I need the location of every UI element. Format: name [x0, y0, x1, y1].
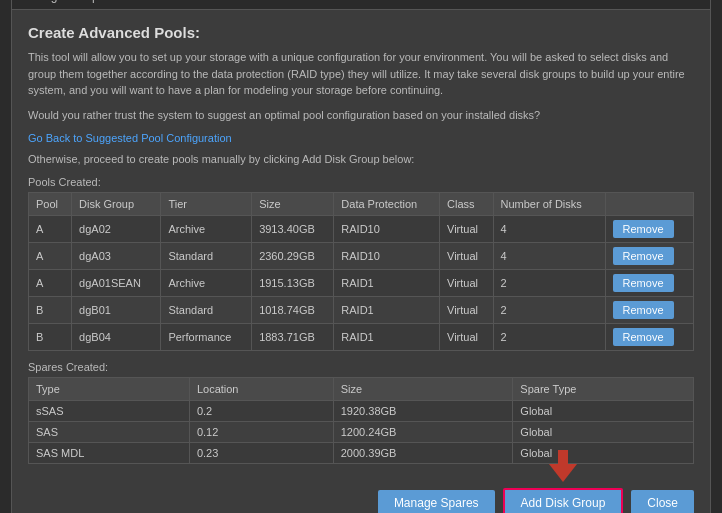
storage-setup-dialog: Storage Setup Create Advanced Pools: Thi… — [11, 0, 711, 513]
cell-action: Remove — [605, 242, 693, 269]
cell-action: Remove — [605, 269, 693, 296]
table-row: B dgB04 Performance 1883.71GB RAID1 Virt… — [29, 323, 694, 350]
cell-pool: B — [29, 296, 72, 323]
pools-table-container: Pool Disk Group Tier Size Data Protectio… — [28, 192, 694, 351]
arrow-down-icon — [549, 464, 577, 482]
cell-num-disks: 2 — [493, 323, 605, 350]
remove-button[interactable]: Remove — [613, 274, 674, 292]
cell-class: Virtual — [440, 269, 494, 296]
table-row: A dgA01SEAN Archive 1915.13GB RAID1 Virt… — [29, 269, 694, 296]
cell-type: SAS MDL — [29, 442, 190, 463]
spares-table: Type Location Size Spare Type sSAS 0.2 1… — [28, 377, 694, 464]
col-size: Size — [333, 377, 513, 400]
cell-data-protection: RAID1 — [334, 296, 440, 323]
cell-size: 3913.40GB — [252, 215, 334, 242]
spares-label: Spares Created: — [28, 361, 694, 373]
cell-num-disks: 4 — [493, 242, 605, 269]
add-disk-group-button[interactable]: Add Disk Group — [503, 488, 624, 513]
cell-spare-type: Global — [513, 400, 694, 421]
cell-disk-group: dgB04 — [72, 323, 161, 350]
table-row: SAS 0.12 1200.24GB Global — [29, 421, 694, 442]
cell-disk-group: dgA03 — [72, 242, 161, 269]
cell-data-protection: RAID10 — [334, 215, 440, 242]
cell-size: 1915.13GB — [252, 269, 334, 296]
cell-location: 0.12 — [189, 421, 333, 442]
description-2: Would you rather trust the system to sug… — [28, 107, 694, 124]
page-title: Create Advanced Pools: — [28, 24, 694, 41]
pools-label: Pools Created: — [28, 176, 694, 188]
cell-num-disks: 2 — [493, 296, 605, 323]
col-size: Size — [252, 192, 334, 215]
remove-button[interactable]: Remove — [613, 247, 674, 265]
cell-size: 2360.29GB — [252, 242, 334, 269]
cell-class: Virtual — [440, 215, 494, 242]
cell-tier: Standard — [161, 296, 252, 323]
spares-table-container: Type Location Size Spare Type sSAS 0.2 1… — [28, 377, 694, 464]
dialog-title: Storage Setup — [12, 0, 710, 10]
cell-pool: A — [29, 215, 72, 242]
arrow-shaft — [558, 450, 568, 464]
remove-button[interactable]: Remove — [613, 301, 674, 319]
cell-tier: Performance — [161, 323, 252, 350]
col-action — [605, 192, 693, 215]
table-row: SAS MDL 0.23 2000.39GB Global — [29, 442, 694, 463]
cell-location: 0.2 — [189, 400, 333, 421]
cell-pool: A — [29, 242, 72, 269]
cell-action: Remove — [605, 296, 693, 323]
cell-class: Virtual — [440, 242, 494, 269]
cell-spare-type: Global — [513, 421, 694, 442]
cell-pool: A — [29, 269, 72, 296]
cell-type: SAS — [29, 421, 190, 442]
cell-disk-group: dgA01SEAN — [72, 269, 161, 296]
remove-button[interactable]: Remove — [613, 328, 674, 346]
cell-size: 1018.74GB — [252, 296, 334, 323]
table-row: A dgA02 Archive 3913.40GB RAID10 Virtual… — [29, 215, 694, 242]
table-row: B dgB01 Standard 1018.74GB RAID1 Virtual… — [29, 296, 694, 323]
col-type: Type — [29, 377, 190, 400]
col-disk-group: Disk Group — [72, 192, 161, 215]
col-num-disks: Number of Disks — [493, 192, 605, 215]
cell-data-protection: RAID1 — [334, 269, 440, 296]
pools-table: Pool Disk Group Tier Size Data Protectio… — [28, 192, 694, 351]
cell-disk-group: dgB01 — [72, 296, 161, 323]
close-button[interactable]: Close — [631, 490, 694, 513]
cell-action: Remove — [605, 215, 693, 242]
dialog-body: Create Advanced Pools: This tool will al… — [12, 10, 710, 478]
cell-size: 1200.24GB — [333, 421, 513, 442]
cell-pool: B — [29, 323, 72, 350]
cell-type: sSAS — [29, 400, 190, 421]
description-1: This tool will allow you to set up your … — [28, 49, 694, 99]
footer: Manage Spares Add Disk Group Close — [12, 478, 710, 513]
manage-spares-button[interactable]: Manage Spares — [378, 490, 495, 513]
table-row: sSAS 0.2 1920.38GB Global — [29, 400, 694, 421]
cell-num-disks: 2 — [493, 269, 605, 296]
cell-location: 0.23 — [189, 442, 333, 463]
col-location: Location — [189, 377, 333, 400]
cell-tier: Archive — [161, 215, 252, 242]
col-data-protection: Data Protection — [334, 192, 440, 215]
cell-action: Remove — [605, 323, 693, 350]
table-row: A dgA03 Standard 2360.29GB RAID10 Virtua… — [29, 242, 694, 269]
cell-tier: Standard — [161, 242, 252, 269]
cell-num-disks: 4 — [493, 215, 605, 242]
col-class: Class — [440, 192, 494, 215]
cell-tier: Archive — [161, 269, 252, 296]
cell-class: Virtual — [440, 323, 494, 350]
cell-size: 1883.71GB — [252, 323, 334, 350]
cell-size: 2000.39GB — [333, 442, 513, 463]
cell-disk-group: dgA02 — [72, 215, 161, 242]
cell-data-protection: RAID10 — [334, 242, 440, 269]
description-3: Otherwise, proceed to create pools manua… — [28, 151, 694, 168]
cell-size: 1920.38GB — [333, 400, 513, 421]
cell-class: Virtual — [440, 296, 494, 323]
col-pool: Pool — [29, 192, 72, 215]
cell-data-protection: RAID1 — [334, 323, 440, 350]
back-link[interactable]: Go Back to Suggested Pool Configuration — [28, 132, 232, 144]
cell-spare-type: Global — [513, 442, 694, 463]
remove-button[interactable]: Remove — [613, 220, 674, 238]
col-tier: Tier — [161, 192, 252, 215]
col-spare-type: Spare Type — [513, 377, 694, 400]
